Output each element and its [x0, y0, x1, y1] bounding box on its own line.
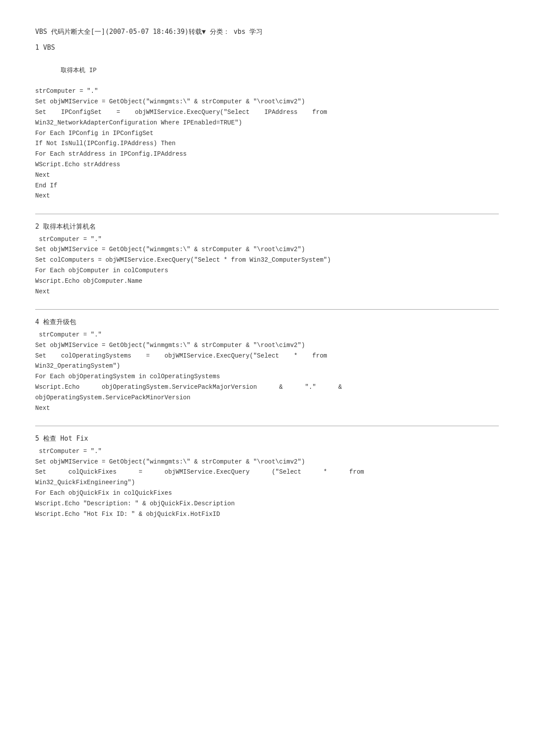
- code-line: strComputer = ".": [35, 446, 499, 457]
- section-5-code: strComputer = "." Set objWMIService = Ge…: [35, 446, 499, 520]
- section-2-block: 2 取得本机计算机名 strComputer = "." Set objWMIS…: [35, 221, 499, 297]
- section-2-heading: 2 取得本机计算机名: [35, 221, 499, 233]
- section-1-heading: 1 VBS: [35, 42, 499, 54]
- code-line: Set objWMIService = GetObject("winmgmts:…: [35, 457, 499, 467]
- page-title-line: VBS 代码片断大全[一](2007-05-07 18:46:39)转载▼ 分类…: [35, 26, 499, 38]
- code-line: Next: [35, 403, 499, 414]
- code-line: Next: [35, 287, 499, 297]
- section-4-code: strComputer = "." Set objWMIService = Ge…: [35, 330, 499, 413]
- code-line: Next: [35, 170, 499, 181]
- code-line: Win32_NetworkAdapterConfiguration Where …: [35, 118, 499, 128]
- code-line: WScript.Echo strAddress: [35, 160, 499, 170]
- section-2-code: strComputer = "." Set objWMIService = Ge…: [35, 234, 499, 297]
- code-line: For Each objQuickFix in colQuickFixes: [35, 488, 499, 499]
- code-line: objOperatingSystem.ServicePackMinorVersi…: [35, 393, 499, 403]
- section-4-block: 4 检查升级包 strComputer = "." Set objWMIServ…: [35, 317, 499, 413]
- divider-1: [35, 214, 499, 214]
- code-line: For Each strAddress in IPConfig.IPAddres…: [35, 149, 499, 160]
- code-line: Wscript.Echo "Hot Fix ID: " & objQuickFi…: [35, 509, 499, 520]
- code-line: For Each IPConfig in IPConfigSet: [35, 128, 499, 139]
- code-line: strComputer = ".": [35, 86, 499, 97]
- section-1-block: 1 VBS 取得本机 IP strComputer = "." Set objW…: [35, 42, 499, 202]
- section-1-code: strComputer = "." Set objWMIService = Ge…: [35, 86, 499, 201]
- section-1-subheading: 取得本机 IP: [35, 55, 499, 86]
- code-line: If Not IsNull(IPConfig.IPAddress) Then: [35, 139, 499, 149]
- code-line: Wscript.Echo objComputer.Name: [35, 276, 499, 287]
- code-line: Next: [35, 191, 499, 201]
- divider-3: [35, 426, 499, 426]
- code-line: Set IPConfigSet = objWMIService.ExecQuer…: [35, 107, 499, 118]
- code-line: Set objWMIService = GetObject("winmgmts:…: [35, 97, 499, 107]
- code-line: End If: [35, 181, 499, 191]
- code-line: strComputer = ".": [35, 234, 499, 245]
- code-line: Win32_OperatingSystem"): [35, 361, 499, 372]
- section-4-heading: 4 检查升级包: [35, 317, 499, 328]
- code-line: Wscript.Echo "Description: " & objQuickF…: [35, 499, 499, 509]
- code-line: Set colOperatingSystems = objWMIService.…: [35, 351, 499, 362]
- code-line: Set colComputers = objWMIService.ExecQue…: [35, 255, 499, 266]
- page-container: VBS 代码片断大全[一](2007-05-07 18:46:39)转载▼ 分类…: [35, 26, 499, 519]
- code-line: Win32_QuickFixEngineering"): [35, 478, 499, 488]
- code-line: For Each objOperatingSystem in colOperat…: [35, 372, 499, 382]
- code-line: For Each objComputer in colComputers: [35, 266, 499, 276]
- code-line: Set colQuickFixes = objWMIService.ExecQu…: [35, 467, 499, 478]
- code-line: strComputer = ".": [35, 330, 499, 340]
- section-5-heading: 5 检查 Hot Fix: [35, 433, 499, 445]
- divider-2: [35, 309, 499, 310]
- section-5-block: 5 检查 Hot Fix strComputer = "." Set objWM…: [35, 433, 499, 519]
- code-line: Set objWMIService = GetObject("winmgmts:…: [35, 340, 499, 351]
- code-line: Wscript.Echo objOperatingSystem.ServiceP…: [35, 382, 499, 393]
- page-title: VBS 代码片断大全[一](2007-05-07 18:46:39)转载▼ 分类…: [35, 28, 263, 36]
- code-line: Set objWMIService = GetObject("winmgmts:…: [35, 245, 499, 255]
